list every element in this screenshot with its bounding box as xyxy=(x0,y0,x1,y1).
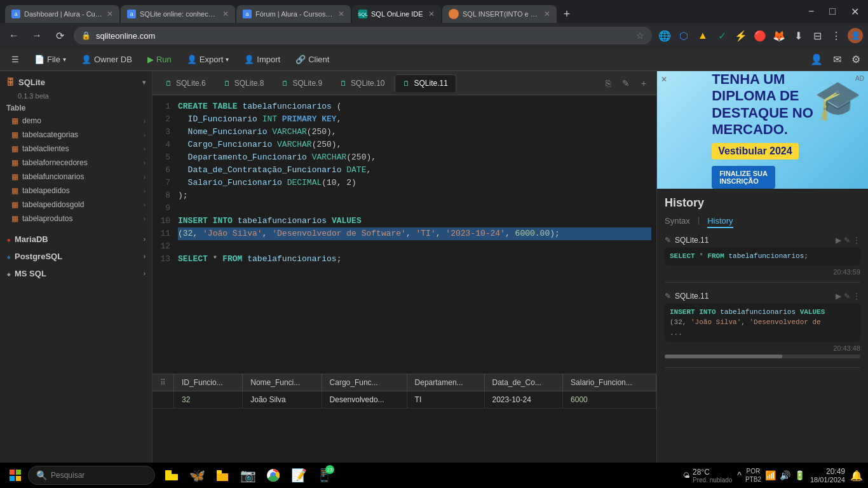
profile-avatar[interactable]: 👤 xyxy=(848,28,863,43)
taskbar-app-files[interactable] xyxy=(160,464,183,487)
menu-file[interactable]: 📄 File ▾ xyxy=(28,52,72,67)
tray-icons: ^ POR PTB2 📶 🔊 🔋 xyxy=(737,467,805,484)
menu-import[interactable]: 👤 Import xyxy=(238,52,287,67)
taskbar-chrome-icon xyxy=(266,468,280,482)
menu-client[interactable]: 🔗 Client xyxy=(289,52,336,67)
arrow-cat: › xyxy=(144,132,146,139)
browser-tab-5[interactable]: SQL INSERT(INTO e SELECT) ✕ xyxy=(442,5,557,23)
sql-tab-8[interactable]: 🗒 SQLite.8 xyxy=(216,75,272,92)
taskbar-app-fileexp[interactable] xyxy=(211,464,234,487)
mail-icon[interactable]: ✉ xyxy=(831,51,844,68)
extensions-icon[interactable]: ⬡ xyxy=(676,28,691,43)
more-icon[interactable]: ⋮ xyxy=(829,28,844,43)
maximize-button[interactable]: □ xyxy=(825,6,839,17)
address-input[interactable]: sqliteonline.com xyxy=(96,31,631,41)
mssql-icon: ⬥ xyxy=(6,269,11,278)
browser-tab-1[interactable]: a Dashboard | Alura - Cursos o ✕ xyxy=(5,5,119,23)
metamask-icon[interactable]: 🦊 xyxy=(771,28,787,43)
tab-label-4: SQL OnLine IDE xyxy=(371,10,424,18)
sidebar-postgresql-header[interactable]: ⬥ PostgreSQL › xyxy=(0,248,152,265)
history-edit-1[interactable]: ✎ xyxy=(844,236,850,245)
tab-close-4[interactable]: ✕ xyxy=(428,10,435,18)
menu-export[interactable]: 👤 Export ▾ xyxy=(180,52,236,67)
history-run-1[interactable]: ▶ xyxy=(836,236,841,245)
forward-button[interactable]: → xyxy=(28,27,46,44)
tab-close-5[interactable]: ✕ xyxy=(544,10,550,18)
taskbar-app-chrome[interactable] xyxy=(262,464,285,487)
search-icon2[interactable]: ⚡ xyxy=(733,28,749,43)
code-editor[interactable]: 1 2 3 4 5 6 7 8 9 10 11 12 13 CREATE TAB… xyxy=(153,95,656,374)
history-db-2: SQLite.11 xyxy=(675,292,709,301)
lastpass-icon[interactable]: 🔴 xyxy=(752,28,768,43)
sql-tab-9[interactable]: 🗒 SQLite.9 xyxy=(274,75,330,92)
wifi-icon[interactable]: 📶 xyxy=(765,470,776,480)
menu-run[interactable]: ▶ Run xyxy=(141,52,178,67)
sql-tab-10[interactable]: 🗒 SQLite.10 xyxy=(332,75,392,92)
tab-add-button[interactable]: + xyxy=(636,76,651,91)
chevron-up-icon[interactable]: ^ xyxy=(737,470,742,480)
history-edit-2[interactable]: ✎ xyxy=(844,292,850,301)
taskbar-app-butterfly[interactable]: 🦋 xyxy=(186,464,208,487)
google-tasks-icon[interactable]: ✓ xyxy=(714,28,729,43)
taskbar-app-notes[interactable]: 📝 xyxy=(287,464,310,487)
drive-icon[interactable]: ▲ xyxy=(695,28,710,43)
tab-close-1[interactable]: ✕ xyxy=(107,10,113,18)
reload-button[interactable]: ⟳ xyxy=(51,27,69,44)
weather-widget[interactable]: 🌤 28°C Pred. nublado xyxy=(683,468,732,484)
history-scrollbar-thumb xyxy=(665,355,782,358)
start-button[interactable] xyxy=(5,465,25,485)
minimize-button[interactable]: − xyxy=(804,6,818,17)
translate-icon[interactable]: 🌐 xyxy=(657,28,672,43)
sql-tab-6[interactable]: 🗒 SQLite.6 xyxy=(158,75,214,92)
sidebar-item-tabelacategorias[interactable]: ▦ tabelacategorias › xyxy=(0,128,152,142)
sidebar-item-tabelapedidos[interactable]: ▦ tabelapedidos › xyxy=(0,184,152,198)
sidebar-mssql-header[interactable]: ⬥ MS SQL › xyxy=(0,265,152,282)
star-icon[interactable]: ☆ xyxy=(636,30,644,41)
sidebar-item-tabelaprodutos[interactable]: ▦ tabelaprodutos › xyxy=(0,212,152,226)
sidebar-item-demo[interactable]: ▦ demo › xyxy=(0,114,152,128)
tab-close-3[interactable]: ✕ xyxy=(338,10,344,18)
history-tab-history[interactable]: History xyxy=(707,215,733,228)
tab-label-9: SQLite.9 xyxy=(292,79,322,88)
menu-hamburger[interactable]: ☰ xyxy=(5,52,25,67)
sidebar-mariadb-header[interactable]: ⬥ MariaDB › xyxy=(0,231,152,248)
user-icon[interactable]: 👤 xyxy=(808,51,825,68)
taskbar-app-camera[interactable]: 📷 xyxy=(236,464,259,487)
history-more-1[interactable]: ⋮ xyxy=(853,236,860,245)
address-bar[interactable]: 🔒 sqliteonline.com ☆ xyxy=(74,27,652,44)
download-icon[interactable]: ⬇ xyxy=(790,28,806,43)
sidebar-item-tabelaclientes[interactable]: ▦ tabelaclientes › xyxy=(0,142,152,156)
tab-rename-button[interactable]: ✎ xyxy=(618,76,634,91)
taskbar-app-whatsapp[interactable]: 📱 23 xyxy=(313,464,336,487)
history-more-2[interactable]: ⋮ xyxy=(853,292,860,301)
tab-copy-button[interactable]: ⎘ xyxy=(600,76,616,91)
notification-icon[interactable]: 🔔 xyxy=(850,470,863,482)
taskbar-files-icon xyxy=(164,468,179,483)
sidebar-item-tabelapedidosgold[interactable]: ▦ tabelapedidosgold › xyxy=(0,198,152,212)
ad-cta-button[interactable]: FINALIZE SUAINSCRIÇÃO xyxy=(712,166,775,189)
history-run-2[interactable]: ▶ xyxy=(836,292,841,301)
tab-close-2[interactable]: ✕ xyxy=(222,10,229,18)
sidebar-sqlite-header[interactable]: 🗄 SQLite ▾ xyxy=(0,74,152,91)
battery-icon[interactable]: 🔋 xyxy=(794,470,805,480)
browser-tabs: a Dashboard | Alura - Cursos o ✕ a SQLit… xyxy=(5,0,576,23)
menu-ownerdb[interactable]: 👤 Owner DB xyxy=(75,52,139,67)
speaker-icon[interactable]: 🔊 xyxy=(780,470,790,480)
browser-tab-3[interactable]: a Fórum | Alura - Cursos onlin ✕ xyxy=(236,5,351,23)
sidebar-icon[interactable]: ⊟ xyxy=(810,28,825,43)
system-clock[interactable]: 20:49 18/01/2024 xyxy=(810,467,845,484)
browser-tab-2[interactable]: a SQLite online: conhecendo... ✕ xyxy=(121,5,235,23)
taskbar-search-box[interactable]: 🔍 Pesquisar xyxy=(28,466,155,485)
back-button[interactable]: ← xyxy=(5,27,23,44)
ad-close-button[interactable]: ✕ xyxy=(661,75,667,84)
settings-icon[interactable]: ⚙ xyxy=(849,51,863,68)
sidebar-item-tabelafuncionarios[interactable]: ▦ tabelafuncionarios › xyxy=(0,170,152,184)
browser-tab-4[interactable]: SQL SQL OnLine IDE ✕ xyxy=(352,5,441,23)
sql-tab-11[interactable]: 🗒 SQLite.11 xyxy=(395,74,456,92)
line-num-6: 6 xyxy=(160,164,170,177)
sidebar-item-tabelafornecedores[interactable]: ▦ tabelafornecedores › xyxy=(0,156,152,170)
new-tab-button[interactable]: + xyxy=(558,5,576,23)
client-icon: 🔗 xyxy=(295,55,306,64)
close-button[interactable]: ✕ xyxy=(847,6,863,18)
history-tab-syntax[interactable]: Syntax xyxy=(665,215,690,228)
